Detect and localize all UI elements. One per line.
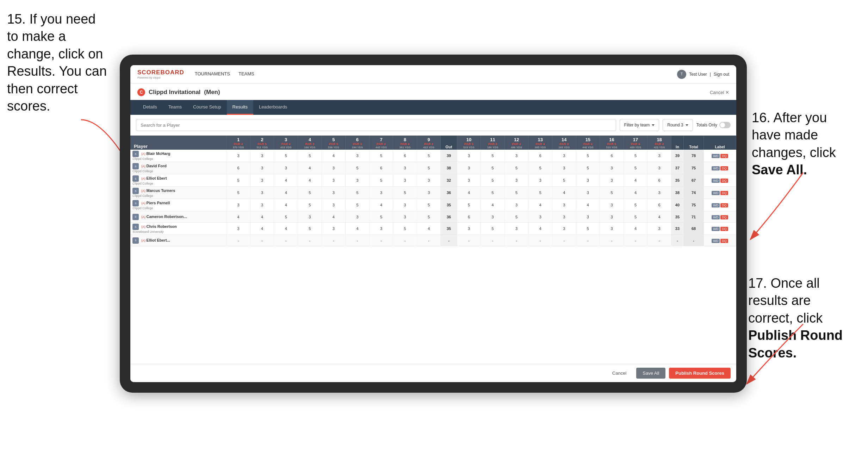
round-dropdown[interactable]: Round 3 [663,119,693,131]
score-hole-1[interactable]: - [227,235,250,246]
score-hole-5[interactable]: 3 [322,174,346,187]
score-hole-11[interactable]: 3 [481,211,505,223]
score-hole-2[interactable]: 4 [250,211,274,223]
score-hole-4[interactable]: 3 [298,211,322,223]
score-hole-8[interactable]: 3 [393,174,417,187]
score-hole-17[interactable]: 4 [624,187,647,199]
score-hole-14[interactable]: 3 [552,199,576,211]
score-hole-5[interactable]: 3 [322,199,346,211]
score-hole-3[interactable]: 4 [274,223,298,235]
tab-course-setup[interactable]: Course Setup [187,100,227,115]
tab-leaderboards[interactable]: Leaderboards [253,100,293,115]
score-hole-8[interactable]: - [393,235,417,246]
dq-badge[interactable]: DQ [720,227,728,231]
score-hole-13[interactable]: 5 [528,162,552,174]
wd-badge[interactable]: WD [712,154,720,158]
score-hole-11[interactable]: 5 [481,150,505,162]
score-hole-8[interactable]: 3 [393,199,417,211]
score-hole-9[interactable]: 5 [417,211,441,223]
score-hole-6[interactable]: 3 [346,150,370,162]
sign-out[interactable]: Sign out [714,72,729,77]
score-hole-16[interactable]: 3 [600,162,624,174]
score-hole-3[interactable]: 4 [274,199,298,211]
score-hole-4[interactable]: 5 [298,223,322,235]
score-hole-13[interactable]: 3 [528,211,552,223]
score-hole-4[interactable]: 5 [298,199,322,211]
score-hole-18[interactable]: 3 [647,187,671,199]
score-hole-18[interactable]: 4 [647,211,671,223]
score-hole-1[interactable]: 6 [227,162,250,174]
score-hole-15[interactable]: 3 [576,211,600,223]
score-hole-7[interactable]: 3 [369,187,393,199]
score-hole-2[interactable]: - [250,235,274,246]
score-hole-12[interactable]: 3 [504,174,528,187]
score-hole-9[interactable]: 3 [417,174,441,187]
score-hole-17[interactable]: 5 [624,211,647,223]
dq-badge[interactable]: DQ [720,191,728,195]
score-hole-18[interactable]: 3 [647,150,671,162]
search-input[interactable] [136,119,616,131]
wd-badge[interactable]: WD [712,203,720,207]
score-hole-10[interactable]: 3 [457,174,481,187]
score-hole-6[interactable]: 4 [346,223,370,235]
cancel-button[interactable]: Cancel [606,368,633,379]
score-hole-2[interactable]: 3 [250,162,274,174]
score-hole-13[interactable]: 3 [528,174,552,187]
score-hole-1[interactable]: 5 [227,174,250,187]
score-hole-17[interactable]: 4 [624,223,647,235]
score-hole-5[interactable]: 3 [322,162,346,174]
score-hole-16[interactable]: 3 [600,199,624,211]
score-hole-1[interactable]: 3 [227,223,250,235]
score-hole-7[interactable]: 3 [369,223,393,235]
score-hole-2[interactable]: 3 [250,150,274,162]
score-hole-12[interactable]: 3 [504,223,528,235]
score-hole-14[interactable]: 3 [552,211,576,223]
score-hole-18[interactable]: 3 [647,223,671,235]
score-hole-3[interactable]: 5 [274,150,298,162]
score-hole-11[interactable]: 5 [481,174,505,187]
score-hole-12[interactable]: 3 [504,150,528,162]
score-hole-11[interactable]: 5 [481,223,505,235]
score-hole-9[interactable]: 3 [417,187,441,199]
score-hole-13[interactable]: - [528,235,552,246]
score-hole-5[interactable]: 4 [322,211,346,223]
score-hole-17[interactable]: 5 [624,199,647,211]
score-hole-16[interactable]: 3 [600,174,624,187]
score-hole-8[interactable]: 5 [393,223,417,235]
score-hole-7[interactable]: 4 [369,199,393,211]
score-hole-5[interactable]: 4 [322,150,346,162]
save-all-button[interactable]: Save All [636,368,665,379]
score-hole-6[interactable]: 3 [346,211,370,223]
score-hole-1[interactable]: 3 [227,150,250,162]
score-hole-15[interactable]: 3 [576,187,600,199]
score-hole-1[interactable]: 5 [227,187,250,199]
score-hole-11[interactable]: 5 [481,187,505,199]
dq-badge[interactable]: DQ [720,154,728,158]
score-hole-4[interactable]: 4 [298,174,322,187]
score-hole-11[interactable]: 4 [481,199,505,211]
dq-badge[interactable]: DQ [720,179,728,183]
score-hole-7[interactable]: 5 [369,174,393,187]
score-hole-9[interactable]: 5 [417,150,441,162]
score-hole-9[interactable]: 5 [417,162,441,174]
nav-tournaments[interactable]: TOURNAMENTS [195,71,230,77]
score-hole-14[interactable]: - [552,235,576,246]
score-hole-2[interactable]: 3 [250,174,274,187]
score-hole-3[interactable]: 3 [274,162,298,174]
score-hole-9[interactable]: 4 [417,223,441,235]
score-hole-17[interactable]: 4 [624,174,647,187]
score-hole-8[interactable]: 3 [393,162,417,174]
tab-teams[interactable]: Teams [163,100,187,115]
score-hole-17[interactable]: 5 [624,162,647,174]
score-hole-8[interactable]: 6 [393,150,417,162]
score-hole-6[interactable]: 5 [346,162,370,174]
score-hole-3[interactable]: 5 [274,211,298,223]
score-hole-12[interactable]: 5 [504,211,528,223]
score-hole-15[interactable]: 4 [576,199,600,211]
score-hole-10[interactable]: 3 [457,162,481,174]
wd-badge[interactable]: WD [712,215,720,219]
score-hole-6[interactable]: - [346,235,370,246]
score-hole-6[interactable]: 5 [346,199,370,211]
score-hole-1[interactable]: 3 [227,199,250,211]
score-hole-6[interactable]: 5 [346,187,370,199]
